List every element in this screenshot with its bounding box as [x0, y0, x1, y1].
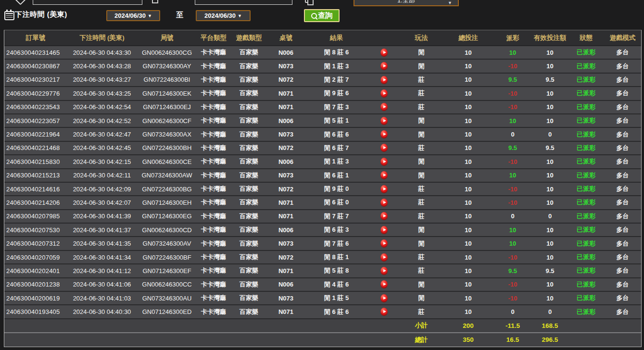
- video-cell: [368, 223, 400, 237]
- game-type: 百家樂: [230, 141, 267, 155]
- result: 閒 7 莊 6: [304, 237, 368, 250]
- round-number: GN071246300EJ: [137, 100, 197, 114]
- bet-time: 2024-06-30 04:42:15: [67, 155, 137, 168]
- order-number: 240630040207312: [4, 237, 67, 250]
- bet-side: 莊: [400, 182, 443, 196]
- bet-side: 閒: [400, 278, 443, 291]
- valid-bet: 10: [532, 250, 568, 264]
- video-play-icon[interactable]: [380, 267, 388, 275]
- bet-time: 2024-06-30 04:41:03: [67, 291, 137, 305]
- filter-input-1[interactable]: [33, 0, 142, 5]
- bet-time: 2024-06-30 04:42:52: [67, 114, 137, 127]
- video-play-icon[interactable]: [380, 308, 388, 316]
- bet-side: 閒: [400, 127, 443, 141]
- bet-time: 2024-06-30 04:42:07: [67, 196, 137, 209]
- valid-bet: 9.5: [532, 141, 568, 155]
- bet-time: 2024-06-30 04:41:37: [67, 223, 137, 237]
- video-play-icon[interactable]: [380, 171, 388, 179]
- column-header-status: 狀態: [568, 30, 604, 46]
- valid-bet: 10: [532, 223, 568, 237]
- game-type: 百家樂: [230, 264, 267, 277]
- cropped-filter-label: [316, 0, 349, 6]
- game-type: 百家樂: [230, 237, 267, 250]
- video-play-icon[interactable]: [380, 144, 388, 152]
- video-play-icon[interactable]: [380, 199, 388, 207]
- play-triangle-icon: [383, 160, 386, 163]
- game-mode: 多台: [604, 169, 641, 182]
- video-play-icon[interactable]: [380, 280, 388, 288]
- video-cell: [368, 46, 400, 59]
- valid-bet: 0: [532, 210, 568, 223]
- search-button[interactable]: 查詢: [304, 9, 340, 22]
- table-row: 2406300402308672024-06-30 04:43:28GN0732…: [4, 59, 641, 73]
- video-play-icon[interactable]: [380, 253, 388, 262]
- game-mode: 多台: [604, 305, 641, 318]
- valid-bet: 10: [532, 291, 568, 305]
- video-play-icon[interactable]: [380, 130, 388, 138]
- order-number: 240630040221468: [4, 141, 67, 155]
- table-number: N071: [267, 264, 304, 277]
- valid-bet: 9.5: [532, 73, 568, 87]
- result: 閒 6 莊 1: [304, 169, 368, 182]
- table-number: N071: [267, 196, 304, 209]
- valid-bet: 0: [532, 127, 568, 141]
- order-number: 240630040207059: [4, 250, 67, 264]
- table-number: N071: [267, 100, 304, 114]
- bet-time: 2024-06-30 04:41:12: [67, 264, 137, 277]
- order-number: 240630040215213: [4, 169, 67, 182]
- game-mode: 多台: [604, 87, 641, 100]
- bet-side: 莊: [400, 73, 443, 87]
- payout: 10: [493, 169, 532, 182]
- checkbox-icon[interactable]: [152, 0, 158, 3]
- play-triangle-icon: [383, 133, 386, 136]
- total-bet: 10: [443, 100, 493, 114]
- result: 閒 2 莊 7: [304, 73, 368, 87]
- video-play-icon[interactable]: [380, 49, 388, 57]
- bet-records-table: 訂單號 下注時間 (美東) 局號 平台類型 遊戲類型 桌號 結果 玩法 總投注 …: [4, 30, 642, 347]
- table-number: N072: [267, 141, 304, 155]
- video-play-icon[interactable]: [380, 76, 388, 84]
- bet-time-filter-label: 下注時間 (美東): [15, 10, 67, 19]
- filter-input-2[interactable]: [195, 0, 292, 5]
- total-bet: 10: [443, 169, 493, 182]
- video-play-icon[interactable]: [380, 62, 388, 70]
- total-bet: 10: [443, 141, 493, 155]
- video-play-icon[interactable]: [380, 158, 388, 166]
- video-play-icon[interactable]: [380, 103, 388, 111]
- date-range-to-label: 至: [176, 11, 183, 20]
- date-to-select[interactable]: 2024/06/30 ▼: [196, 10, 251, 21]
- video-play-icon[interactable]: [380, 239, 388, 248]
- play-triangle-icon: [383, 64, 386, 67]
- video-play-icon[interactable]: [380, 212, 388, 220]
- table-row: 2406300402079852024-06-30 04:41:39GN0712…: [4, 210, 641, 223]
- result: 閒 7 莊 3: [304, 100, 368, 114]
- status-badge: 已派彩: [568, 169, 604, 182]
- total-payout: 16.5: [493, 333, 532, 347]
- platform-type: 卡卡灣廳: [197, 114, 230, 127]
- video-play-icon[interactable]: [380, 294, 388, 302]
- total-bet: 10: [443, 59, 493, 73]
- total-bet: 10: [443, 196, 493, 209]
- result: 閒 6 莊 3: [304, 223, 368, 237]
- total-bet: 10: [443, 237, 493, 250]
- date-from-select[interactable]: 2024/06/30 ▼: [106, 10, 160, 21]
- date-from-value: 2024/06/30: [114, 12, 146, 19]
- video-cell: [368, 141, 400, 155]
- filter-row-date: 下注時間 (美東) 2024/06/30 ▼ 至 2024/06/30 ▼ 查詢: [0, 7, 644, 30]
- subtotal-total-bet: 200: [443, 319, 493, 333]
- game-mode: 多台: [604, 73, 641, 87]
- column-header-game-mode: 遊戲模式: [604, 30, 641, 46]
- video-play-icon[interactable]: [380, 226, 388, 234]
- result: 閒 9 莊 0: [304, 182, 368, 196]
- table-row: 2406300402012382024-06-30 04:41:06GN0062…: [4, 278, 641, 291]
- table-row: 2406300402070592024-06-30 04:41:34GN0722…: [4, 250, 641, 264]
- play-triangle-icon: [383, 297, 386, 300]
- result: 閒 6 莊 6: [304, 305, 368, 318]
- video-play-icon[interactable]: [380, 185, 388, 193]
- result-filter-select[interactable]: 1.全部 ▼: [354, 0, 459, 6]
- video-cell: [368, 59, 400, 73]
- video-play-icon[interactable]: [380, 117, 388, 125]
- bet-time: 2024-06-30 04:42:45: [67, 141, 137, 155]
- video-play-icon[interactable]: [380, 89, 388, 98]
- game-mode: 多台: [604, 182, 641, 196]
